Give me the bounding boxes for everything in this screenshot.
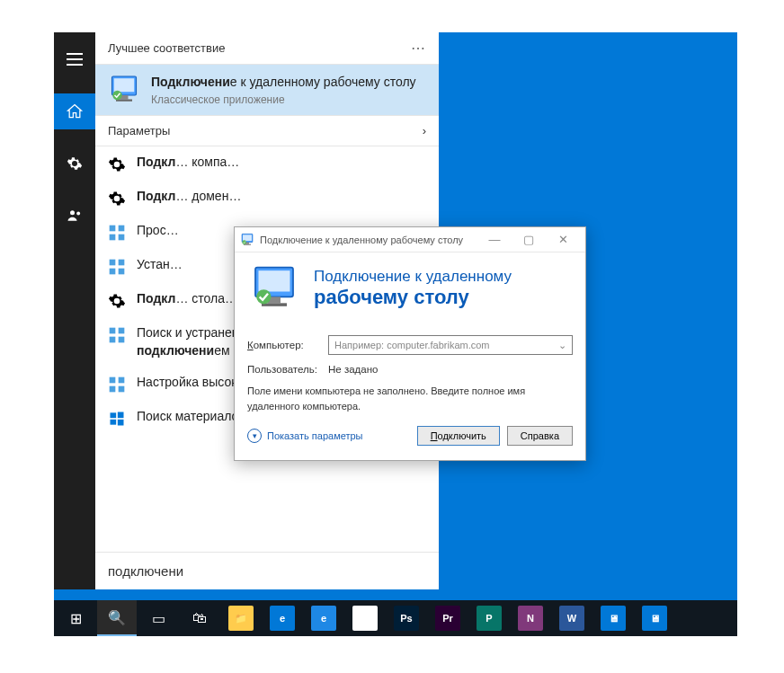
- result-icon: [108, 326, 126, 344]
- minimize-button[interactable]: —: [477, 227, 512, 252]
- result-item[interactable]: Подкл… домен…: [95, 181, 439, 215]
- rdc-window: Подключение к удаленному рабочему столу …: [234, 226, 586, 461]
- taskbar-rdc[interactable]: 🖥: [635, 600, 674, 636]
- result-text: Поиск материалов: [137, 408, 245, 426]
- result-text: Подкл… домен…: [137, 188, 241, 206]
- expand-icon: ▾: [247, 429, 262, 443]
- rdc-icon: [249, 263, 299, 314]
- more-icon[interactable]: ⋯: [411, 40, 426, 57]
- gear-icon: [67, 155, 83, 172]
- taskbar-premiere[interactable]: Pr: [428, 600, 468, 636]
- taskbar-publisher[interactable]: P: [469, 600, 509, 636]
- help-button[interactable]: Справка: [507, 426, 573, 446]
- connect-button[interactable]: Подключить: [417, 426, 500, 446]
- taskbar-chrome[interactable]: ◉: [345, 600, 385, 636]
- user-value: Не задано: [328, 364, 378, 375]
- home-button[interactable]: [54, 93, 95, 129]
- search-header: Лучшее соответствие ⋯: [95, 32, 439, 65]
- chevron-down-icon: ⌄: [558, 340, 566, 351]
- taskbar-ie[interactable]: e: [304, 600, 343, 636]
- taskbar-taskview[interactable]: ▭: [138, 600, 178, 636]
- result-icon: [108, 376, 126, 394]
- taskbar-photoshop[interactable]: Ps: [387, 600, 426, 636]
- params-section[interactable]: Параметры ›: [95, 116, 439, 146]
- taskbar-word[interactable]: W: [552, 600, 592, 636]
- rdc-title-text: Подключение к удаленному рабочему столу: [260, 235, 472, 245]
- result-text: Подкл… стола…: [137, 290, 237, 308]
- settings-button[interactable]: [54, 146, 95, 182]
- result-icon: [108, 190, 126, 208]
- banner-line2: рабочему столу: [314, 286, 512, 309]
- result-text: Прос…: [137, 222, 179, 240]
- result-text: Устан…: [137, 256, 183, 274]
- computer-label: Компьютер:: [247, 340, 319, 350]
- search-input[interactable]: [108, 563, 426, 579]
- chevron-right-icon: ›: [423, 124, 426, 137]
- people-icon: [66, 207, 84, 225]
- result-icon: [108, 292, 126, 310]
- taskbar-explorer[interactable]: 📁: [221, 600, 261, 636]
- taskbar-store[interactable]: 🛍: [180, 600, 219, 636]
- taskbar: ⊞🔍▭🛍📁ee◉PsPrPNW🖥🖥: [54, 600, 737, 636]
- desktop-screen: Лучшее соответствие ⋯ Подключение к удал…: [54, 32, 737, 636]
- rdc-banner: Подключение к удаленному рабочему столу: [235, 252, 585, 330]
- computer-combo[interactable]: Например: computer.fabrikam.com ⌄: [328, 335, 573, 355]
- maximize-button[interactable]: ▢: [512, 227, 546, 252]
- home-icon: [66, 102, 84, 120]
- rdc-titlebar[interactable]: Подключение к удаленному рабочему столу …: [235, 227, 585, 252]
- banner-line1: Подключение к удаленному: [314, 268, 512, 286]
- people-button[interactable]: [54, 198, 95, 234]
- best-match-title: Подключение к удаленному рабочему столу: [151, 74, 416, 92]
- taskbar-onenote[interactable]: N: [511, 600, 550, 636]
- result-icon: [108, 410, 126, 428]
- hint-text: Поле имени компьютера не заполнено. Введ…: [247, 384, 573, 413]
- hamburger-button[interactable]: [54, 41, 95, 77]
- search-header-title: Лучшее соответствие: [108, 41, 225, 55]
- rdc-icon: [108, 74, 140, 106]
- taskbar-start[interactable]: ⊞: [56, 600, 95, 636]
- result-icon: [108, 258, 126, 276]
- result-icon: [108, 224, 126, 242]
- rdc-icon: [240, 233, 254, 247]
- close-button[interactable]: ✕: [546, 227, 580, 252]
- user-label: Пользователь:: [247, 364, 319, 375]
- taskbar-app1[interactable]: 🖥: [593, 600, 633, 636]
- taskbar-edge[interactable]: e: [263, 600, 302, 636]
- result-item[interactable]: Подкл… компа…: [95, 146, 439, 181]
- start-sidebar: [54, 32, 95, 589]
- result-icon: [108, 155, 126, 173]
- best-match-subtitle: Классическое приложение: [151, 93, 416, 106]
- best-match-item[interactable]: Подключение к удаленному рабочему столу …: [95, 65, 439, 116]
- result-text: Подкл… компа…: [137, 154, 239, 172]
- search-box[interactable]: [95, 552, 439, 589]
- show-params-link[interactable]: ▾ Показать параметры: [247, 429, 363, 443]
- taskbar-search[interactable]: 🔍: [97, 600, 137, 636]
